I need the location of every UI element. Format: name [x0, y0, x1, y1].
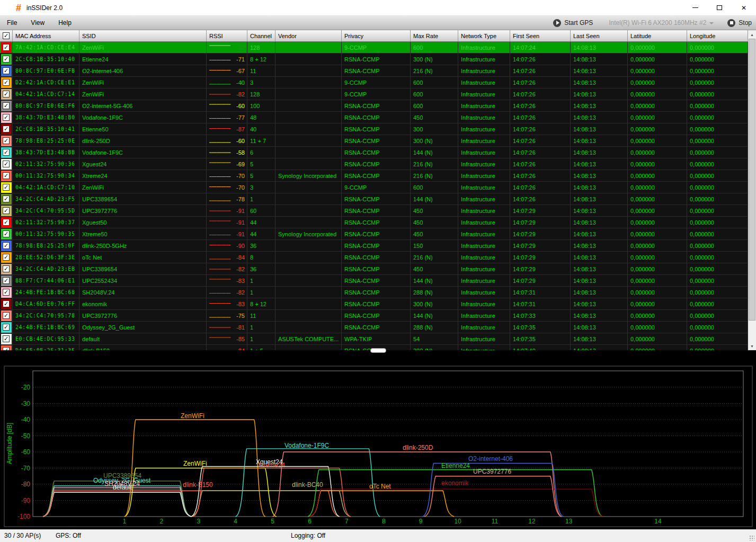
- cell-longitude: 0,000000: [687, 345, 748, 350]
- select-all-checkbox[interactable]: [3, 32, 10, 39]
- table-row[interactable]: 00:11:32:75:90:34Xtreme24-705Synology In…: [0, 170, 748, 182]
- table-row[interactable]: 02:11:32:75:90:37Xguest50-9144RSNA-CCMP4…: [0, 217, 748, 228]
- table-row[interactable]: 34:2C:C4:AD:23:F5UPC3389654-781RSNA-CCMP…: [0, 193, 748, 205]
- row-checkbox[interactable]: [3, 67, 10, 74]
- start-gps-button[interactable]: Start GPS: [553, 19, 593, 27]
- cell-privacy: RSNA-CCMP: [342, 228, 411, 239]
- table-row[interactable]: 04:42:1A:CD:C7:10ZenWiFi-7039-CCMP600Inf…: [0, 182, 748, 193]
- row-checkbox[interactable]: [3, 91, 10, 97]
- table-row[interactable]: 04:42:1A:CD:C7:14ZenWiFi-821289-CCMP600I…: [0, 88, 748, 100]
- scroll-down-arrow-icon[interactable]: ▼: [748, 342, 756, 350]
- table-row[interactable]: 34:2C:C4:AD:23:EBUPC3389654-8236RSNA-CCM…: [0, 263, 748, 275]
- column-header-privacy[interactable]: Privacy: [342, 30, 411, 41]
- column-header-max-rate[interactable]: Max Rate: [411, 30, 458, 41]
- menu-file[interactable]: File: [0, 16, 24, 30]
- rssi-value: -91: [236, 231, 245, 237]
- column-header-mac[interactable]: MAC Address: [13, 30, 79, 41]
- table-row[interactable]: 02:11:32:75:90:36Xguest24-695RSNA-CCMP21…: [0, 158, 748, 170]
- maximize-button[interactable]: [707, 0, 732, 16]
- resize-grip[interactable]: [749, 535, 754, 540]
- cell-network-type: Infrastructure: [458, 77, 510, 88]
- scrollbar-thumb[interactable]: [749, 39, 755, 321]
- cell-first-seen: 14:07:26: [510, 193, 571, 205]
- table-row[interactable]: 00:11:32:75:90:35Xtreme50-9144Synology I…: [0, 228, 748, 240]
- row-checkbox[interactable]: [3, 207, 10, 214]
- table-row[interactable]: 2C:C8:1B:35:10:41Etienne50-8740RSNA-CCMP…: [0, 123, 748, 135]
- row-checkbox[interactable]: [3, 265, 10, 272]
- splitter-handle[interactable]: [370, 348, 386, 353]
- row-checkbox[interactable]: [3, 230, 10, 237]
- row-checkbox[interactable]: [3, 335, 10, 342]
- cell-vendor: [275, 182, 342, 193]
- row-checkbox[interactable]: [3, 172, 10, 179]
- cell-latitude: 0,000000: [628, 100, 687, 111]
- table-row[interactable]: 24:4B:FE:1B:BC:69Odyssey_2G_Guest-811RSN…: [0, 322, 748, 333]
- row-checkbox[interactable]: [3, 300, 10, 307]
- row-checkbox[interactable]: [3, 114, 10, 121]
- column-header-vendor[interactable]: Vendor: [275, 30, 342, 41]
- row-checkbox[interactable]: [3, 277, 10, 284]
- table-row[interactable]: 7A:42:1A:CD:CE:E4ZenWiFi-321289-CCMP600I…: [0, 42, 748, 54]
- table-row[interactable]: 2C:C8:1B:35:10:40Etienne24-718 + 12RSNA-…: [0, 54, 748, 65]
- row-checkbox[interactable]: [3, 324, 10, 331]
- row-checkbox[interactable]: [3, 44, 10, 51]
- row-checkbox[interactable]: [3, 137, 10, 144]
- row-checkbox[interactable]: [3, 289, 10, 296]
- minimize-button[interactable]: [683, 0, 707, 16]
- row-checkbox[interactable]: [3, 184, 10, 191]
- table-row[interactable]: 88:F7:C7:44:06:E1UPC2552434-831RSNA-CCMP…: [0, 275, 748, 287]
- column-header-longitude[interactable]: Longitude: [687, 30, 748, 41]
- adapter-select[interactable]: Intel(R) Wi-Fi 6 AX200 160MHz #2: [609, 19, 714, 26]
- menu-help[interactable]: Help: [51, 16, 78, 30]
- table-row[interactable]: 24:4B:FE:1B:BC:68SH2048V.24-821RSNA-CCMP…: [0, 287, 748, 298]
- column-header-select[interactable]: [0, 30, 13, 41]
- rssi-value: -69: [236, 161, 245, 167]
- menu-view[interactable]: View: [24, 16, 51, 30]
- cell-longitude: 0,000000: [687, 205, 748, 216]
- table-row[interactable]: E0:CB:4E:DC:95:33default-851ASUSTek COMP…: [0, 333, 748, 345]
- table-row[interactable]: 80:8C:97:E0:6E:FBO2-internet-406-6711RSN…: [0, 65, 748, 77]
- table-row[interactable]: 34:2C:C4:70:95:5DUPC3972776-9160RSNA-CCM…: [0, 205, 748, 217]
- row-checkbox[interactable]: [3, 102, 10, 109]
- cell-ssid: dlink-250D-5GHz: [79, 240, 207, 251]
- rssi-value: -71: [236, 56, 245, 63]
- column-header-ssid[interactable]: SSID: [79, 30, 207, 41]
- row-checkbox[interactable]: [3, 56, 10, 63]
- stop-button[interactable]: Stop: [727, 19, 752, 27]
- row-checkbox[interactable]: [3, 312, 10, 319]
- table-row[interactable]: D2:42:1A:CD:CE:E1ZenWiFi-4039-CCMP600Inf…: [0, 77, 748, 88]
- row-checkbox[interactable]: [3, 126, 10, 132]
- column-header-last-seen[interactable]: Last Seen: [571, 30, 628, 41]
- table-scrollbar[interactable]: ▲ ▼: [748, 30, 756, 350]
- row-checkbox[interactable]: [3, 161, 10, 167]
- cell-last-seen: 14:08:13: [571, 217, 628, 228]
- close-button[interactable]: ✕: [732, 0, 756, 16]
- row-checkbox[interactable]: [3, 79, 10, 86]
- cell-rssi: -85: [207, 333, 247, 344]
- scroll-up-arrow-icon[interactable]: ▲: [748, 30, 756, 39]
- row-checkbox[interactable]: [3, 242, 10, 249]
- table-row[interactable]: 38:43:7D:E3:48:B0Vodafone-1F9C-7748RSNA-…: [0, 112, 748, 123]
- column-header-rssi[interactable]: RSSI: [207, 30, 247, 41]
- table-row[interactable]: 28:EE:52:D6:3F:3EoTc Net-848RSNA-CCMP216…: [0, 252, 748, 263]
- column-header-first-seen[interactable]: First Seen: [510, 30, 571, 41]
- rssi-value: -60: [236, 138, 245, 144]
- cell-rssi: -69: [207, 158, 247, 170]
- row-color-swatch: [0, 170, 13, 181]
- table-row[interactable]: 78:98:E8:25:25:0Fdlink-250D-5GHz-9036RSN…: [0, 240, 748, 252]
- splitter[interactable]: [0, 350, 756, 364]
- rssi-sparkline: [208, 196, 232, 203]
- row-checkbox[interactable]: [3, 254, 10, 261]
- table-row[interactable]: D4:CA:6D:E0:76:FFekonomik-838 + 12RSNA-C…: [0, 298, 748, 310]
- row-checkbox[interactable]: [3, 196, 10, 202]
- table-row[interactable]: 80:8C:97:E0:6E:F6O2-internet-5G-406-6010…: [0, 100, 748, 112]
- x-tick-label: 7: [345, 518, 349, 525]
- table-row[interactable]: 38:43:7D:E3:48:BBVodafone-1F9C-586RSNA-C…: [0, 147, 748, 158]
- column-header-latitude[interactable]: Latitude: [628, 30, 687, 41]
- table-row[interactable]: 34:2C:C4:70:95:78UPC3972776-7511RSNA-CCM…: [0, 310, 748, 322]
- row-checkbox[interactable]: [3, 149, 10, 156]
- column-header-network-type[interactable]: Network Type: [458, 30, 510, 41]
- table-row[interactable]: 78:98:E8:25:25:0Edlink-250D-6011 + 7RSNA…: [0, 135, 748, 147]
- row-checkbox[interactable]: [3, 219, 10, 226]
- column-header-channel[interactable]: Channel: [247, 30, 275, 41]
